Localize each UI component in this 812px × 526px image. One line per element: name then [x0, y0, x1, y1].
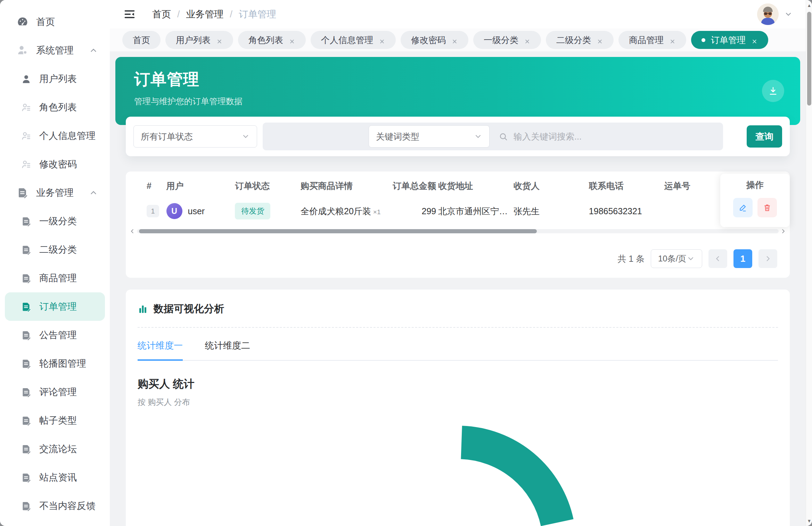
current-page-button[interactable]: 1: [733, 249, 752, 268]
chevron-down-icon: [241, 132, 250, 141]
table-horizontal-scrollbar: [129, 228, 786, 234]
scroll-left-icon[interactable]: [129, 228, 136, 234]
tab-stat-dimension-1[interactable]: 统计维度一: [138, 340, 183, 360]
sidebar-item-comment-mgmt[interactable]: 评论管理: [0, 378, 110, 406]
sidebar-group-system[interactable]: 系统管理: [0, 36, 110, 65]
sidebar-item-label: 不当内容反馈: [39, 500, 96, 512]
sidebar-item-label: 角色列表: [39, 101, 77, 114]
doc-edit-icon: [21, 472, 32, 483]
user-lines-icon: [21, 131, 32, 141]
scrollbar-thumb[interactable]: [807, 12, 811, 106]
delete-button[interactable]: [757, 198, 777, 217]
hscroll-thumb[interactable]: [139, 229, 537, 233]
tab-category-l1[interactable]: 一级分类: [473, 31, 541, 49]
breadcrumb-separator: /: [177, 9, 180, 20]
sidebar-item-site-news[interactable]: 站点资讯: [0, 463, 110, 492]
sidebar-item-content-feedback[interactable]: 不当内容反馈: [0, 492, 110, 520]
page-size-select[interactable]: 10条/页: [651, 249, 702, 268]
sidebar-item-order-mgmt[interactable]: 订单管理: [5, 292, 105, 321]
page-scrollbar[interactable]: ▲ ▼: [806, 0, 812, 526]
sidebar-item-user-list[interactable]: 用户列表: [0, 65, 110, 93]
close-icon[interactable]: [216, 37, 223, 43]
page-title: 订单管理: [134, 69, 800, 90]
close-icon[interactable]: [289, 37, 295, 43]
doc-edit-icon: [21, 415, 32, 426]
tab-stat-dimension-2[interactable]: 统计维度二: [205, 340, 250, 360]
close-icon[interactable]: [524, 37, 531, 43]
close-icon[interactable]: [669, 37, 676, 43]
pie-chart: [138, 412, 778, 526]
scroll-down-icon[interactable]: ▼: [806, 517, 812, 525]
sidebar-group-label: 业务管理: [36, 186, 74, 199]
doc-edit-icon: [21, 273, 32, 284]
tab-label: 首页: [133, 34, 150, 46]
download-button[interactable]: [762, 80, 784, 102]
prev-page-button[interactable]: [708, 249, 727, 268]
tab-change-password[interactable]: 修改密码: [401, 31, 468, 49]
analytics-header: 数据可视化分析: [138, 302, 778, 328]
user-avatar[interactable]: [757, 3, 779, 25]
sidebar-item-label: 商品管理: [39, 272, 77, 284]
page-size-value: 10条/页: [658, 253, 686, 264]
tab-order-mgmt[interactable]: 订单管理: [691, 31, 768, 49]
sidebar-item-label: 评论管理: [39, 386, 77, 398]
doc-edit-icon: [21, 501, 32, 511]
edit-button[interactable]: [733, 198, 753, 217]
hscroll-track[interactable]: [137, 229, 779, 233]
col-header-tracking: 运单号: [664, 180, 713, 192]
sidebar-item-label: 一级分类: [39, 215, 77, 227]
doc-edit-icon: [21, 216, 32, 227]
tab-role-list[interactable]: 角色列表: [238, 31, 306, 49]
scroll-up-icon[interactable]: ▲: [806, 1, 812, 9]
keyword-type-select[interactable]: 关键词类型: [369, 125, 490, 148]
analytics-title: 数据可视化分析: [154, 302, 224, 316]
close-icon[interactable]: [751, 37, 758, 43]
tab-profile[interactable]: 个人信息管理: [311, 31, 396, 49]
cell-address: 北京市通州区宁乡...: [438, 206, 514, 217]
query-button[interactable]: 查询: [747, 125, 782, 148]
close-icon[interactable]: [597, 37, 603, 43]
close-icon[interactable]: [451, 37, 458, 43]
scroll-right-icon[interactable]: [780, 228, 786, 234]
sidebar-item-label: 二级分类: [39, 243, 77, 256]
next-page-button[interactable]: [758, 249, 777, 268]
col-header-receiver: 收货人: [514, 180, 589, 192]
breadcrumb-current: 订单管理: [239, 8, 276, 20]
sidebar-item-category-l2[interactable]: 二级分类: [0, 235, 110, 264]
analytics-section: 数据可视化分析 统计维度一 统计维度二 购买人 统计 按 购买人 分布: [126, 290, 790, 526]
close-icon[interactable]: [379, 37, 385, 43]
sidebar-item-announcement-mgmt[interactable]: 公告管理: [0, 321, 110, 349]
tab-label: 用户列表: [176, 34, 211, 46]
orders-table: # 用户 订单状态 购买商品详情 订单总金额 收货地址 收货人 联系电话 运单号…: [126, 172, 790, 278]
search-input[interactable]: [513, 131, 720, 142]
hero-banner: 订单管理 管理与维护您的订单管理数据: [115, 57, 800, 125]
breadcrumb-business[interactable]: 业务管理: [186, 8, 224, 20]
breadcrumb-home[interactable]: 首页: [152, 8, 171, 20]
sidebar-item-category-l1[interactable]: 一级分类: [0, 207, 110, 235]
sidebar-item-role-list[interactable]: 角色列表: [0, 93, 110, 122]
sidebar-item-post-type[interactable]: 帖子类型: [0, 406, 110, 435]
sidebar-item-carousel-mgmt[interactable]: 轮播图管理: [0, 349, 110, 378]
sidebar-group-business[interactable]: 业务管理: [0, 178, 110, 207]
search-box: [490, 131, 720, 142]
tab-product-mgmt[interactable]: 商品管理: [618, 31, 686, 49]
col-header-status: 订单状态: [235, 180, 301, 192]
order-status-select[interactable]: 所有订单状态: [133, 125, 257, 148]
action-column-panel: 操作: [720, 174, 790, 227]
sidebar-item-home[interactable]: 首页: [0, 8, 110, 36]
tab-user-list[interactable]: 用户列表: [165, 31, 233, 49]
filter-bar: 所有订单状态 关键词类型 查询: [126, 117, 790, 156]
sidebar-item-change-password[interactable]: 修改密码: [0, 150, 110, 178]
page-subtitle: 管理与维护您的订单管理数据: [134, 96, 800, 107]
cell-amount: 299: [392, 206, 438, 216]
chevron-up-icon: [89, 188, 98, 197]
tab-home[interactable]: 首页: [122, 31, 161, 49]
tab-category-l2[interactable]: 二级分类: [546, 31, 614, 49]
tab-label: 修改密码: [411, 34, 446, 46]
cell-product: 全价成犬粮20斤装×1: [301, 206, 392, 217]
sidebar-item-forum[interactable]: 交流论坛: [0, 435, 110, 463]
sidebar-item-product-mgmt[interactable]: 商品管理: [0, 264, 110, 292]
sidebar-collapse-icon[interactable]: [123, 8, 136, 21]
chevron-down-icon[interactable]: [784, 10, 793, 18]
sidebar-item-profile[interactable]: 个人信息管理: [0, 122, 110, 150]
